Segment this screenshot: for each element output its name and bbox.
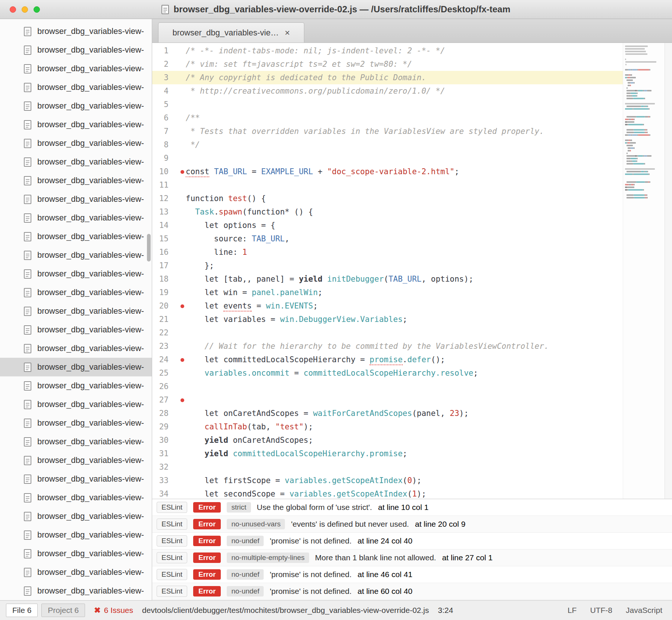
- code-line[interactable]: 6/**: [152, 111, 623, 125]
- code-line[interactable]: 12function test() {: [152, 192, 623, 205]
- line-number[interactable]: 13: [152, 205, 169, 219]
- project-issues-tab[interactable]: Project 6: [41, 604, 85, 617]
- sidebar-file-item[interactable]: browser_dbg_variables-view-: [0, 59, 152, 78]
- sidebar-file-item[interactable]: browser_dbg_variables-view-: [0, 246, 152, 264]
- sidebar-file-item[interactable]: browser_dbg_variables-view-: [0, 507, 152, 526]
- sidebar-file-item[interactable]: browser_dbg_variables-view-: [0, 171, 152, 190]
- sidebar-file-item[interactable]: browser_dbg_variables-view-: [0, 470, 152, 488]
- sidebar-file-item[interactable]: browser_dbg_variables-view-: [0, 339, 152, 358]
- line-number[interactable]: 31: [152, 447, 169, 460]
- sidebar-file-item[interactable]: browser_dbg_variables-view-: [0, 414, 152, 432]
- line-number[interactable]: 8: [152, 138, 169, 151]
- code-line[interactable]: 13 Task.spawn(function* () {: [152, 205, 623, 219]
- code-editor[interactable]: 1/* -*- indent-tabs-mode: nil; js-indent…: [152, 43, 623, 499]
- minimap[interactable]: [623, 43, 665, 499]
- code-line[interactable]: 3/* Any copyright is dedicated to the Pu…: [152, 71, 623, 84]
- lint-message-row[interactable]: ESLintErrorno-multiple-empty-linesMore t…: [152, 549, 672, 566]
- code-line[interactable]: 20 let events = win.EVENTS;: [152, 299, 623, 313]
- line-number[interactable]: 6: [152, 111, 169, 125]
- line-number[interactable]: 34: [152, 487, 169, 499]
- sidebar-file-item[interactable]: browser_dbg_variables-view-: [0, 302, 152, 320]
- sidebar-file-item[interactable]: browser_dbg_variables-view-: [0, 544, 152, 563]
- code-line[interactable]: 26: [152, 380, 623, 393]
- sidebar-file-item[interactable]: browser_dbg_variables-view-: [0, 134, 152, 153]
- sidebar-file-item[interactable]: browser_dbg_variables-view-: [0, 376, 152, 395]
- sidebar-file-item[interactable]: browser_dbg_variables-view-: [0, 209, 152, 227]
- code-line[interactable]: 27: [152, 393, 623, 407]
- grammar-indicator[interactable]: JavaScript: [626, 606, 662, 615]
- code-line[interactable]: 19 let win = panel.panelWin;: [152, 286, 623, 299]
- sidebar-file-item[interactable]: browser_dbg_variables-view-: [0, 190, 152, 209]
- line-number[interactable]: 32: [152, 460, 169, 474]
- code-line[interactable]: 16 line: 1: [152, 245, 623, 259]
- code-line[interactable]: 33 let firstScope = variables.getScopeAt…: [152, 474, 623, 487]
- code-line[interactable]: 32: [152, 460, 623, 474]
- line-number[interactable]: 7: [152, 125, 169, 138]
- line-number[interactable]: 25: [152, 366, 169, 380]
- line-number[interactable]: 2: [152, 57, 169, 71]
- sidebar-file-item[interactable]: browser_dbg_variables-view-: [0, 582, 152, 600]
- code-line[interactable]: 15 source: TAB_URL,: [152, 232, 623, 245]
- sidebar-file-item[interactable]: browser_dbg_variables-view-: [0, 283, 152, 302]
- file-path[interactable]: devtools/client/debugger/test/mochitest/…: [142, 606, 429, 615]
- sidebar-file-item[interactable]: browser_dbg_variables-view-: [0, 41, 152, 59]
- code-line[interactable]: 14 let options = {: [152, 219, 623, 232]
- code-line[interactable]: 29 callInTab(tab, "test");: [152, 420, 623, 433]
- code-line[interactable]: 5: [152, 98, 623, 111]
- line-number[interactable]: 14: [152, 219, 169, 232]
- line-number[interactable]: 18: [152, 272, 169, 286]
- code-line[interactable]: 2/* vim: set ft=javascript ts=2 et sw=2 …: [152, 57, 623, 71]
- lint-location-link[interactable]: at line 46 col 41: [358, 570, 412, 579]
- sidebar-file-item[interactable]: browser_dbg_variables-view-: [0, 153, 152, 171]
- line-number[interactable]: 28: [152, 407, 169, 420]
- encoding-indicator[interactable]: UTF-8: [590, 606, 612, 615]
- code-line[interactable]: 7 * Tests that overridden variables in t…: [152, 125, 623, 138]
- line-ending-indicator[interactable]: LF: [568, 606, 577, 615]
- line-number[interactable]: 5: [152, 98, 169, 111]
- line-number[interactable]: 30: [152, 433, 169, 447]
- line-number[interactable]: 29: [152, 420, 169, 433]
- lint-location-link[interactable]: at line 27 col 1: [442, 553, 492, 562]
- line-number[interactable]: 27: [152, 393, 169, 407]
- sidebar-file-item[interactable]: browser_dbg_variables-view-: [0, 227, 152, 246]
- lint-location-link[interactable]: at line 24 col 40: [358, 536, 412, 545]
- sidebar-file-item[interactable]: browser_dbg_variables-view-: [0, 97, 152, 115]
- line-number[interactable]: 23: [152, 339, 169, 353]
- lint-location-link[interactable]: at line 60 col 40: [358, 587, 412, 596]
- line-number[interactable]: 21: [152, 313, 169, 326]
- editor-tab[interactable]: browser_dbg_variables-vie… ×: [158, 22, 304, 43]
- line-number[interactable]: 4: [152, 84, 169, 98]
- minimize-window-button[interactable]: [22, 6, 28, 13]
- zoom-window-button[interactable]: [34, 6, 40, 13]
- code-line[interactable]: 10const TAB_URL = EXAMPLE_URL + "doc_sco…: [152, 165, 623, 178]
- line-number[interactable]: 12: [152, 192, 169, 205]
- code-line[interactable]: 23 // Wait for the hierarchy to be commi…: [152, 339, 623, 353]
- lint-message-row[interactable]: ESLintErrorno-undef'promise' is not defi…: [152, 583, 672, 600]
- code-line[interactable]: 25 variables.oncommit = committedLocalSc…: [152, 366, 623, 380]
- line-number[interactable]: 19: [152, 286, 169, 299]
- line-number[interactable]: 10: [152, 165, 169, 178]
- code-line[interactable]: 24 let committedLocalScopeHierarchy = pr…: [152, 353, 623, 366]
- editor-scrollbar[interactable]: [665, 43, 672, 499]
- issues-status[interactable]: ✖ 6 Issues: [94, 606, 133, 615]
- sidebar-file-item[interactable]: browser_dbg_variables-view-: [0, 320, 152, 339]
- code-line[interactable]: 4 * http://creativecommons.org/publicdom…: [152, 84, 623, 98]
- line-number[interactable]: 22: [152, 326, 169, 339]
- code-line[interactable]: 34 let secondScope = variables.getScopeA…: [152, 487, 623, 499]
- line-number[interactable]: 17: [152, 259, 169, 272]
- code-line[interactable]: 1/* -*- indent-tabs-mode: nil; js-indent…: [152, 44, 623, 57]
- file-issues-tab[interactable]: File 6: [6, 604, 38, 617]
- sidebar-file-item[interactable]: browser_dbg_variables-view-: [0, 563, 152, 582]
- sidebar-file-item[interactable]: browser_dbg_variables-view-: [0, 488, 152, 507]
- line-number[interactable]: 15: [152, 232, 169, 245]
- code-line[interactable]: 9: [152, 151, 623, 165]
- line-number[interactable]: 33: [152, 474, 169, 487]
- lint-location-link[interactable]: at line 10 col 1: [378, 503, 428, 512]
- code-line[interactable]: 30 yield onCaretAndScopes;: [152, 433, 623, 447]
- code-line[interactable]: 17 };: [152, 259, 623, 272]
- sidebar-file-item[interactable]: browser_dbg_variables-view-: [0, 264, 152, 283]
- code-line[interactable]: 28 let onCaretAndScopes = waitForCaretAn…: [152, 407, 623, 420]
- close-window-button[interactable]: [10, 6, 16, 13]
- line-number[interactable]: 1: [152, 44, 169, 57]
- line-number[interactable]: 11: [152, 178, 169, 192]
